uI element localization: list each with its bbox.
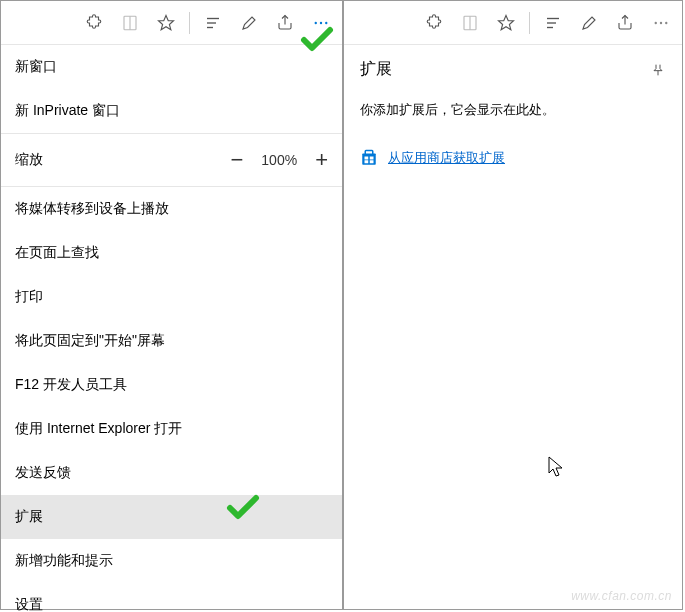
label: 使用 Internet Explorer 打开 xyxy=(15,420,182,438)
label: 在页面上查找 xyxy=(15,244,99,262)
svg-point-7 xyxy=(315,21,317,23)
extensions-panel-body: 你添加扩展后，它会显示在此处。 xyxy=(344,88,682,133)
label: 新窗口 xyxy=(15,58,57,76)
overflow-menu: 新窗口 新 InPrivate 窗口 缩放 − 100% + 将媒体转移到设备上… xyxy=(1,45,342,612)
browser-window-right: 扩展 你添加扩展后，它会显示在此处。 从应用商店获取扩展 www.cfan.co… xyxy=(343,0,683,610)
menu-print[interactable]: 打印 xyxy=(1,275,342,319)
toolbar-separator xyxy=(189,12,190,34)
favorite-icon[interactable] xyxy=(489,6,523,40)
svg-rect-24 xyxy=(370,156,374,159)
svg-point-9 xyxy=(325,21,327,23)
zoom-label: 缩放 xyxy=(15,151,43,169)
label: 将媒体转移到设备上播放 xyxy=(15,200,169,218)
share-icon[interactable] xyxy=(268,6,302,40)
puzzle-icon[interactable] xyxy=(77,6,111,40)
empty-state-text: 你添加扩展后，它会显示在此处。 xyxy=(360,102,555,117)
menu-extensions[interactable]: 扩展 xyxy=(1,495,342,539)
menu-whats-new[interactable]: 新增功能和提示 xyxy=(1,539,342,583)
more-icon[interactable] xyxy=(644,6,678,40)
label: 扩展 xyxy=(15,508,43,526)
menu-pin-start[interactable]: 将此页固定到"开始"屏幕 xyxy=(1,319,342,363)
svg-marker-12 xyxy=(499,15,514,29)
hub-icon[interactable] xyxy=(196,6,230,40)
menu-cast[interactable]: 将媒体转移到设备上播放 xyxy=(1,187,342,231)
label: 设置 xyxy=(15,596,43,612)
toolbar-separator xyxy=(529,12,530,34)
share-icon[interactable] xyxy=(608,6,642,40)
svg-rect-25 xyxy=(365,160,369,163)
reading-list-icon[interactable] xyxy=(113,6,147,40)
watermark: www.cfan.com.cn xyxy=(571,589,672,603)
menu-feedback[interactable]: 发送反馈 xyxy=(1,451,342,495)
label: 新 InPrivate 窗口 xyxy=(15,102,120,120)
store-link-row: 从应用商店获取扩展 xyxy=(344,133,682,183)
panel-title: 扩展 xyxy=(360,59,392,80)
toolbar xyxy=(1,1,342,45)
label: 将此页固定到"开始"屏幕 xyxy=(15,332,165,350)
menu-new-inprivate[interactable]: 新 InPrivate 窗口 xyxy=(1,89,342,133)
pin-icon[interactable] xyxy=(650,62,666,78)
menu-open-ie[interactable]: 使用 Internet Explorer 打开 xyxy=(1,407,342,451)
menu-settings[interactable]: 设置 xyxy=(1,583,342,612)
hub-icon[interactable] xyxy=(536,6,570,40)
svg-point-18 xyxy=(660,21,662,23)
zoom-out-button[interactable]: − xyxy=(230,147,243,173)
svg-rect-23 xyxy=(365,156,369,159)
browser-window-left: 新窗口 新 InPrivate 窗口 缩放 − 100% + 将媒体转移到设备上… xyxy=(0,0,343,610)
label: 新增功能和提示 xyxy=(15,552,113,570)
label: F12 开发人员工具 xyxy=(15,376,127,394)
menu-find[interactable]: 在页面上查找 xyxy=(1,231,342,275)
menu-new-window[interactable]: 新窗口 xyxy=(1,45,342,89)
svg-point-8 xyxy=(320,21,322,23)
favorite-icon[interactable] xyxy=(149,6,183,40)
notes-icon[interactable] xyxy=(572,6,606,40)
extensions-panel-header: 扩展 xyxy=(344,45,682,88)
svg-point-17 xyxy=(655,21,657,23)
get-extensions-link[interactable]: 从应用商店获取扩展 xyxy=(388,149,505,167)
zoom-in-button[interactable]: + xyxy=(315,147,328,173)
label: 发送反馈 xyxy=(15,464,71,482)
more-icon[interactable] xyxy=(304,6,338,40)
label: 打印 xyxy=(15,288,43,306)
zoom-value: 100% xyxy=(261,152,297,168)
toolbar xyxy=(344,1,682,45)
store-icon xyxy=(360,149,378,167)
svg-marker-2 xyxy=(159,15,174,29)
svg-rect-22 xyxy=(365,150,373,155)
reading-list-icon[interactable] xyxy=(453,6,487,40)
puzzle-icon[interactable] xyxy=(417,6,451,40)
svg-rect-26 xyxy=(370,160,374,163)
menu-zoom: 缩放 − 100% + xyxy=(1,134,342,186)
menu-dev-tools[interactable]: F12 开发人员工具 xyxy=(1,363,342,407)
notes-icon[interactable] xyxy=(232,6,266,40)
svg-point-19 xyxy=(665,21,667,23)
